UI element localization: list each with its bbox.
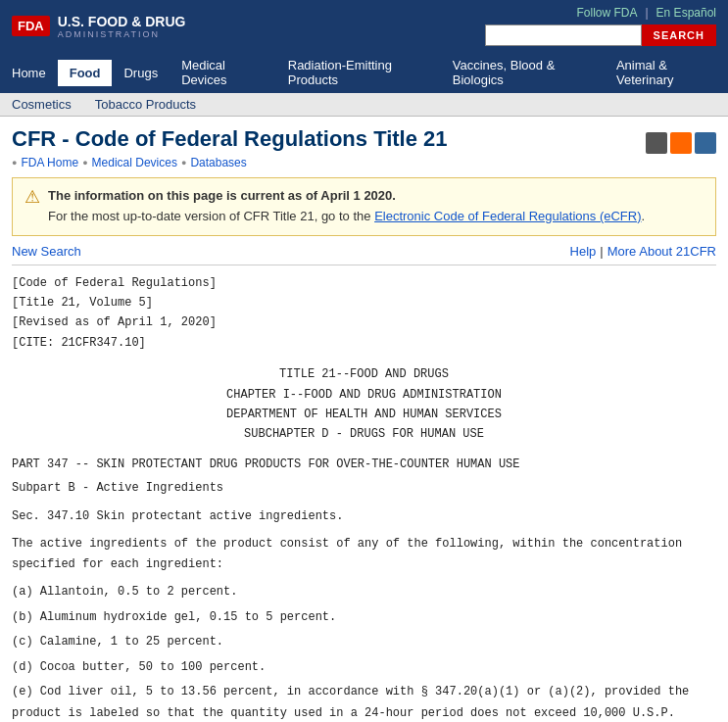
main-nav: Home Food Drugs Medical Devices Radiatio… — [0, 52, 728, 93]
notice-box: ⚠ The information on this page is curren… — [12, 177, 716, 236]
cfr-title-line-1: CHAPTER I--FOOD AND DRUG ADMINISTRATION — [12, 385, 716, 405]
breadcrumb-databases[interactable]: Databases — [190, 156, 246, 169]
cfr-header-line-0: [Code of Federal Regulations] — [12, 273, 716, 293]
cfr-content: New Search Help | More About 21CFR [Code… — [12, 244, 716, 722]
cfr-body-para-0: The active ingredients of the product co… — [12, 534, 716, 576]
search-input[interactable] — [485, 24, 642, 46]
cfr-title-block: TITLE 21--FOOD AND DRUGS CHAPTER I--FOOD… — [12, 364, 716, 445]
breadcrumb-dot-1: ● — [82, 158, 87, 168]
cfr-title-line-3: SUBCHAPTER D - DRUGS FOR HUMAN USE — [12, 424, 716, 444]
new-search-link[interactable]: New Search — [12, 244, 81, 259]
header-links: Follow FDA | En Español — [576, 6, 716, 20]
cfr-header-line-1: [Title 21, Volume 5] — [12, 293, 716, 313]
warning-icon: ⚠ — [24, 186, 40, 208]
share-icon[interactable] — [695, 132, 716, 154]
cfr-title-line-2: DEPARTMENT OF HEALTH AND HUMAN SERVICES — [12, 405, 716, 424]
notice-text: For the most up-to-date version of CFR T… — [48, 209, 371, 223]
search-button[interactable]: SEARCH — [642, 24, 716, 46]
rss-icon[interactable] — [670, 132, 692, 154]
site-header: FDA U.S. FOOD & DRUG ADMINISTRATION Foll… — [0, 0, 728, 52]
fda-badge: FDA — [12, 16, 50, 36]
cfr-header-block: [Code of Federal Regulations] [Title 21,… — [12, 273, 716, 354]
cfr-section: Sec. 347.10 Skin protectant active ingre… — [12, 506, 716, 526]
notice-content: The information on this page is current … — [48, 186, 645, 227]
nav-vaccines[interactable]: Vaccines, Blood & Biologics — [441, 52, 605, 93]
cfr-body-para-1: (a) Allantoin, 0.5 to 2 percent. — [12, 582, 716, 603]
page-title: CFR - Code of Federal Regulations Title … — [12, 126, 448, 152]
action-icons — [646, 132, 716, 154]
cfr-part-line: PART 347 -- SKIN PROTECTANT DRUG PRODUCT… — [12, 455, 716, 474]
notice-bold: The information on this page is current … — [48, 188, 396, 203]
breadcrumb-dot-0: ● — [12, 158, 17, 168]
cfr-body: The active ingredients of the product co… — [12, 534, 716, 722]
help-link[interactable]: Help — [570, 244, 597, 259]
toolbar-pipe: | — [600, 244, 603, 259]
en-espanol-link[interactable]: En Español — [656, 6, 716, 20]
breadcrumb-fda-home[interactable]: FDA Home — [21, 156, 78, 169]
cfr-subpart: Subpart B - Active Ingredients — [12, 478, 716, 498]
breadcrumb-dot-2: ● — [181, 158, 186, 168]
ecfr-link[interactable]: Electronic Code of Federal Regulations (… — [374, 209, 641, 223]
more-about-link[interactable]: More About 21CFR — [607, 244, 716, 259]
follow-fda-link[interactable]: Follow FDA — [576, 6, 637, 20]
cfr-body-para-2: (b) Aluminum hydroxide gel, 0.15 to 5 pe… — [12, 607, 716, 629]
nav-food[interactable]: Food — [58, 60, 113, 86]
cfr-toolbar: New Search Help | More About 21CFR — [12, 244, 716, 265]
toolbar-right: Help | More About 21CFR — [570, 244, 716, 259]
nav-home[interactable]: Home — [0, 60, 58, 86]
cfr-body-para-5: (e) Cod liver oil, 5 to 13.56 percent, i… — [12, 682, 716, 722]
fda-title: U.S. FOOD & DRUG — [58, 14, 186, 29]
notice-end: . — [642, 209, 646, 223]
fda-subtitle: ADMINISTRATION — [58, 29, 186, 39]
page-content: CFR - Code of Federal Regulations Title … — [0, 117, 728, 722]
cfr-body-para-4: (d) Cocoa butter, 50 to 100 percent. — [12, 657, 716, 679]
nav-drugs[interactable]: Drugs — [112, 60, 170, 86]
cfr-header-line-3: [CITE: 21CFR347.10] — [12, 333, 716, 353]
nav-cosmetics[interactable]: Cosmetics — [0, 93, 83, 116]
breadcrumb: ● FDA Home ● Medical Devices ● Databases — [12, 156, 448, 169]
sub-nav: Cosmetics Tobacco Products — [0, 93, 728, 117]
header-right: Follow FDA | En Español SEARCH — [485, 6, 716, 46]
nav-radiation[interactable]: Radiation-Emitting Products — [276, 52, 441, 93]
fda-title-block: U.S. FOOD & DRUG ADMINISTRATION — [58, 14, 186, 39]
cfr-body-para-3: (c) Calamine, 1 to 25 percent. — [12, 632, 716, 653]
print-icon[interactable] — [646, 132, 667, 154]
logo-area: FDA U.S. FOOD & DRUG ADMINISTRATION — [12, 14, 185, 39]
cfr-header-line-2: [Revised as of April 1, 2020] — [12, 313, 716, 332]
search-area: SEARCH — [485, 24, 716, 46]
toolbar-left: New Search — [12, 244, 81, 259]
nav-animal[interactable]: Animal & Veterinary — [605, 52, 728, 93]
nav-tobacco[interactable]: Tobacco Products — [83, 93, 208, 116]
cfr-title-line-0: TITLE 21--FOOD AND DRUGS — [12, 364, 716, 384]
nav-medical-devices[interactable]: Medical Devices — [170, 52, 276, 93]
link-divider: | — [645, 6, 648, 20]
breadcrumb-medical-devices[interactable]: Medical Devices — [92, 156, 177, 169]
